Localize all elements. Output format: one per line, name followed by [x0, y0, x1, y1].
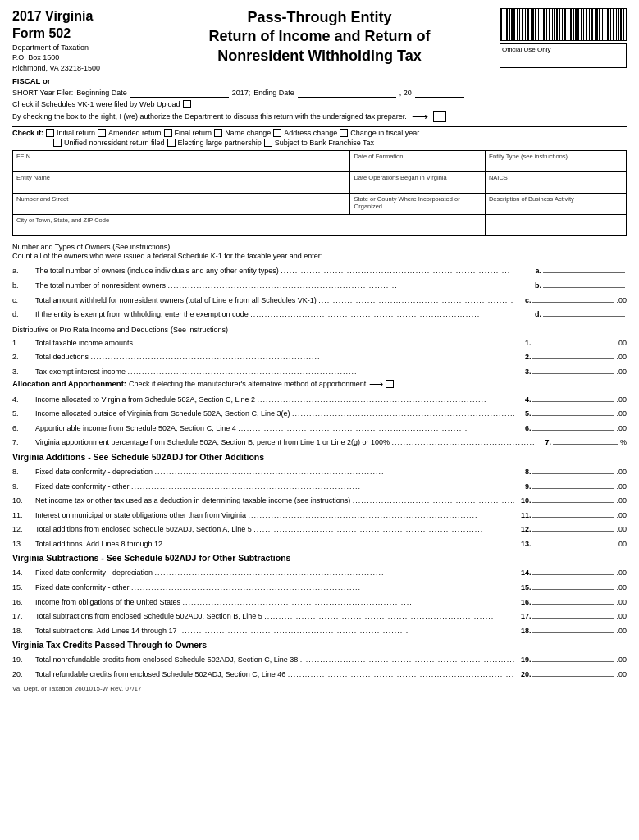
line-number: 8. — [514, 467, 532, 477]
line-number: 12. — [514, 524, 532, 535]
line-input-field[interactable] — [532, 391, 614, 402]
name-change-label: Name change — [225, 129, 271, 137]
line-text: Total subtractions from enclosed Schedul… — [35, 611, 514, 622]
num-owners-title-text: Number and Types of Owners — [12, 243, 110, 251]
amended-return-checkbox[interactable] — [98, 129, 106, 137]
main-title-line3: Nonresident Withholding Tax — [217, 48, 422, 64]
line-input-field[interactable] — [532, 349, 614, 359]
line-number: 6. — [514, 423, 532, 434]
ending-date-field[interactable] — [298, 87, 396, 98]
entity-type-label: Entity Type (see instructions) — [489, 153, 623, 160]
line-text: Virginia apportionment percentage from S… — [35, 437, 535, 448]
line-text: The total number of nonresident owners .… — [35, 281, 525, 291]
num-owners-subtitle: Count all of the owners who were issued … — [12, 252, 627, 260]
line-input-field[interactable] — [532, 405, 614, 416]
line-number: 17. — [514, 611, 532, 622]
line-input-field[interactable] — [532, 420, 614, 431]
beginning-date-field[interactable] — [130, 87, 229, 98]
short-year-label: SHORT Year Filer: — [12, 89, 73, 97]
line-label: 5. — [12, 409, 35, 419]
final-return-checkbox[interactable] — [164, 129, 172, 137]
line-input-field[interactable] — [532, 478, 614, 489]
num-owners-instructions: (See instructions) — [112, 243, 170, 251]
line-input-field[interactable] — [553, 434, 618, 445]
line-row: 9.Fixed date conformity - other ........… — [12, 478, 627, 492]
line-input-field[interactable] — [532, 651, 614, 662]
electing-large-label: Electing large partnership — [178, 139, 262, 147]
line-number: 15. — [514, 582, 532, 593]
line-row: c.Total amount withheld for nonresident … — [12, 292, 627, 306]
name-change-checkbox[interactable] — [214, 129, 222, 137]
ending-year-field[interactable] — [415, 87, 464, 98]
line-input-field[interactable] — [543, 306, 625, 317]
form-title-left: 2017 Virginia Form 502 Department of Tax… — [12, 8, 144, 73]
line-input-field[interactable] — [532, 608, 614, 619]
naics-cell: NAICS — [485, 172, 626, 194]
description-value-cell — [485, 215, 626, 236]
line-input-field[interactable] — [532, 492, 614, 503]
line-row: b.The total number of nonresident owners… — [12, 277, 627, 291]
va-credits-lines: 19.Total nonrefundable credits from encl… — [12, 651, 627, 679]
state-county-label: State or County Where Incorporated or Or… — [354, 195, 482, 210]
line-input-field[interactable] — [543, 262, 625, 273]
comma-20: , 20 — [399, 89, 412, 97]
line-number: 18. — [514, 626, 532, 637]
check-if-label: Check if: — [12, 129, 43, 137]
line-input-field[interactable] — [532, 623, 614, 633]
check-if-row2: Unified nonresident return filed Electin… — [12, 139, 627, 147]
initial-return-checkbox[interactable] — [46, 129, 54, 137]
num-owners-title: Number and Types of Owners (See instruct… — [12, 241, 627, 251]
amended-return-label: Amended return — [108, 129, 162, 137]
unified-checkbox[interactable] — [53, 139, 62, 147]
line-suffix: .00 — [616, 367, 627, 377]
line-text: Total subtractions. Add Lines 14 through… — [35, 626, 514, 637]
line-label: 9. — [12, 482, 35, 492]
entity-name-cell: Entity Name — [13, 172, 350, 194]
state-county-cell: State or County Where Incorporated or Or… — [350, 194, 486, 215]
line-label: d. — [12, 309, 35, 320]
line-input-field[interactable] — [532, 666, 614, 677]
electing-large-checkbox[interactable] — [167, 139, 176, 147]
line-input-field[interactable] — [532, 292, 614, 303]
description-label: Description of Business Activity — [489, 195, 623, 203]
line-label: 4. — [12, 395, 35, 405]
year-2017: 2017; — [232, 89, 251, 97]
change-fiscal-label: Change in fiscal year — [350, 129, 419, 137]
change-fiscal-checkbox[interactable] — [340, 129, 348, 137]
line-label: 11. — [12, 510, 35, 521]
line-input-field[interactable] — [543, 277, 625, 288]
bank-franchise-checkbox[interactable] — [264, 139, 272, 147]
line-input-field[interactable] — [532, 564, 614, 575]
line-label: 7. — [12, 437, 35, 448]
address-change-checkbox[interactable] — [273, 129, 281, 137]
line-label: 1. — [12, 338, 35, 349]
line-input-field[interactable] — [532, 579, 614, 590]
line-input-field[interactable] — [532, 536, 614, 546]
web-upload-line: Check if Schedules VK-1 were filed by We… — [12, 100, 627, 108]
line-input-field[interactable] — [532, 521, 614, 532]
line-text: Income allocated outside of Virginia fro… — [35, 409, 514, 419]
bank-franchise-label: Subject to Bank Franchise Tax — [275, 139, 374, 147]
line-input-field[interactable] — [532, 594, 614, 605]
fiscal-line: FISCAL or — [12, 76, 627, 85]
ending-label: Ending Date — [253, 89, 294, 97]
line-input-field[interactable] — [532, 507, 614, 518]
authorize-checkbox[interactable] — [433, 111, 446, 122]
allocation-lines: 4.Income allocated to Virginia from Sche… — [12, 391, 627, 448]
beginning-label: Beginning Date — [76, 89, 127, 97]
line-row: 17.Total subtractions from enclosed Sche… — [12, 608, 627, 622]
line-label: 18. — [12, 626, 35, 637]
line-suffix: .00 — [616, 423, 627, 434]
line-input-field[interactable] — [532, 463, 614, 474]
allocation-checkbox[interactable] — [386, 380, 394, 388]
line-text: Total additions from enclosed Schedule 5… — [35, 524, 514, 535]
naics-label: NAICS — [489, 174, 623, 181]
line-suffix: .00 — [616, 352, 627, 363]
line-input-field[interactable] — [532, 363, 614, 374]
web-upload-checkbox[interactable] — [183, 100, 191, 108]
line-row: 4.Income allocated to Virginia from Sche… — [12, 391, 627, 405]
line-row: 12.Total additions from enclosed Schedul… — [12, 521, 627, 535]
line-text: Income from obligations of the United St… — [35, 597, 514, 608]
line-label: 16. — [12, 597, 35, 608]
line-input-field[interactable] — [532, 335, 614, 345]
